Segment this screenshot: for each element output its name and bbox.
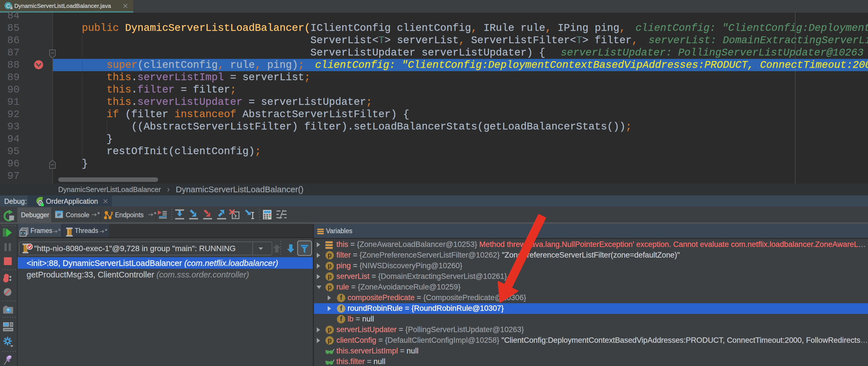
svg-text:C: C (6, 3, 10, 9)
